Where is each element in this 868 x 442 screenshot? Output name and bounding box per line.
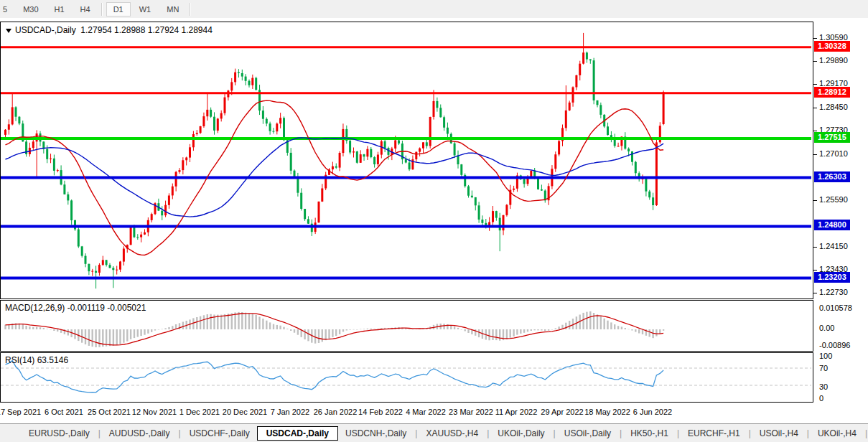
rsi-indicator-panel[interactable]: RSI(14) 63.5146 [0, 352, 813, 403]
macd-histogram-bar [416, 329, 417, 330]
chart-tab-hk50-h1[interactable]: HK50-,H1 [623, 426, 676, 441]
chart-tab-eurchf-h1[interactable]: EURCHF-,H1 [681, 426, 747, 441]
candle-body [405, 159, 407, 163]
macd-histogram-bar [593, 313, 594, 329]
macd-histogram-bar [454, 326, 455, 329]
chart-tab-usdcad-daily[interactable]: USDCAD-,Daily [257, 426, 338, 441]
macd-histogram-bar [367, 329, 368, 329]
main-chart-panel[interactable]: USDCAD-,Daily 1.27954 1.28988 1.27924 1.… [0, 22, 813, 299]
tab-separator: | [177, 428, 182, 438]
candle-body [8, 124, 10, 129]
candle-body [144, 232, 146, 235]
timeframe-button-m30[interactable]: M30 [16, 2, 45, 17]
timeframe-button-mn[interactable]: MN [159, 2, 186, 17]
candle-body [185, 158, 187, 161]
candle-body [409, 163, 411, 170]
macd-histogram-bar [328, 329, 330, 339]
chart-tab-ukoil-daily[interactable]: UKOil-,Daily [490, 426, 551, 441]
macd-histogram-bar [151, 329, 152, 332]
macd-histogram-bar [207, 314, 208, 329]
candle-body [321, 189, 323, 202]
chart-tab-usdcnh-daily[interactable]: USDCNH-,Daily [338, 426, 414, 441]
timeframe-button-5[interactable]: 5 [0, 2, 14, 17]
axis-tick-mark [813, 38, 817, 39]
macd-histogram-bar [635, 329, 636, 332]
macd-axis-label: -0.00896 [819, 341, 850, 349]
macd-histogram-bar [537, 329, 538, 330]
candle-body [332, 166, 334, 169]
date-tick-label: 17 Sep 2021 [0, 408, 41, 416]
chart-tab-usoil-h4[interactable]: USOil-,H4 [752, 426, 806, 441]
timeframe-button-d1[interactable]: D1 [106, 2, 131, 17]
chart-tab-audusd-daily[interactable]: AUDUSD-,Daily [102, 426, 177, 441]
chart-tab-usoil-daily[interactable]: USOil-,Daily [557, 426, 618, 441]
chart-symbol-label: USDCAD-,Daily [15, 25, 76, 35]
tab-separator: | [747, 428, 752, 438]
chart-tab-usdchf-daily[interactable]: USDCHF-,Daily [182, 426, 257, 441]
chart-tab-xauusd-h4[interactable]: XAUUSD-,H4 [419, 426, 485, 441]
candle-body [575, 75, 577, 88]
macd-histogram-bar [527, 329, 528, 332]
candle-body [196, 133, 198, 134]
rsi-chart[interactable] [1, 353, 811, 400]
candle-body [276, 123, 278, 131]
candle-body [467, 187, 470, 196]
tab-separator: | [864, 428, 868, 438]
candle-body [558, 141, 560, 155]
price-tick-label: 1.25590 [819, 195, 848, 204]
candle-body [579, 64, 581, 75]
macd-histogram-bar [457, 328, 459, 329]
macd-histogram-bar [32, 327, 34, 329]
candle-body [335, 166, 337, 168]
macd-histogram-bar [95, 329, 96, 347]
candle-body [136, 238, 139, 238]
candle-body [116, 270, 118, 271]
macd-histogram-bar [258, 316, 260, 329]
tab-separator: | [485, 428, 490, 438]
candle-body [172, 187, 174, 196]
candlestick-chart[interactable] [1, 22, 811, 297]
macd-histogram-bar [119, 329, 121, 344]
candle-body [569, 103, 571, 110]
candle-body [269, 123, 271, 131]
candle-body [381, 141, 383, 155]
candle-body [377, 155, 379, 164]
macd-histogram-bar [192, 318, 194, 329]
candle-body [349, 141, 351, 152]
candle-body [419, 149, 421, 152]
macd-histogram-bar [224, 314, 225, 329]
timeframe-button-h1[interactable]: H1 [47, 2, 72, 17]
candle-body [200, 126, 202, 133]
candle-body [530, 171, 532, 177]
timeframe-toolbar: 5M30H1H4D1W1MN [0, 0, 868, 19]
timeframe-button-h4[interactable]: H4 [73, 2, 98, 17]
timeframe-button-w1[interactable]: W1 [132, 2, 159, 17]
candle-body [627, 149, 630, 151]
chart-tab-ukoil-h4[interactable]: UKOil-,H4 [811, 426, 864, 441]
candle-body [164, 205, 167, 215]
macd-histogram-bar [36, 327, 37, 329]
macd-histogram-bar [610, 322, 612, 329]
candle-body [130, 227, 132, 245]
macd-histogram-bar [499, 329, 500, 341]
candle-body [230, 82, 233, 90]
axis-tick-mark [813, 61, 817, 62]
macd-histogram-bar [67, 329, 69, 336]
macd-histogram-bar [164, 328, 166, 329]
macd-histogram-bar [147, 329, 149, 334]
macd-histogram-bar [551, 329, 553, 330]
chart-tab-eurusd-daily[interactable]: EURUSD-,Daily [22, 426, 97, 441]
price-tick-label: 1.22730 [819, 288, 848, 296]
tab-separator: | [676, 428, 681, 438]
macd-histogram-bar [29, 326, 30, 329]
candle-body [370, 149, 372, 157]
chart-dropdown-icon[interactable] [6, 29, 11, 33]
macd-histogram-bar [279, 326, 281, 329]
candle-body [81, 246, 83, 255]
candle-body [439, 108, 442, 117]
macd-histogram-bar [130, 329, 131, 339]
candle-body [443, 117, 445, 128]
macd-histogram-bar [106, 329, 107, 347]
rsi-label: RSI(14) 63.5146 [5, 355, 68, 365]
macd-indicator-panel[interactable]: MACD(12,26,9) -0.001119 -0.005021 [0, 300, 813, 352]
